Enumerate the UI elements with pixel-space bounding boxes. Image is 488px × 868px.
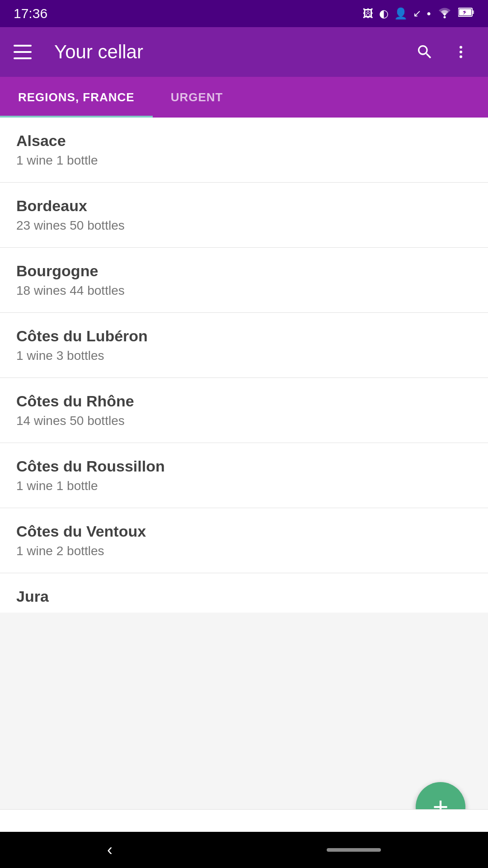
dot-icon: ● — [427, 9, 431, 18]
person-icon: 👤 — [394, 7, 408, 20]
region-detail: 14 wines 50 bottles — [16, 414, 472, 428]
tab-regions-france[interactable]: REGIONS, FRANCE — [0, 77, 153, 118]
region-name: Bourgogne — [16, 262, 472, 280]
partial-list-item[interactable]: Jura — [0, 573, 488, 613]
signal-icon: ↙ — [413, 8, 421, 19]
search-icon — [416, 43, 434, 61]
region-name: Alsace — [16, 132, 472, 150]
search-button[interactable] — [411, 38, 438, 66]
list-item[interactable]: Côtes du Ventoux 1 wine 2 bottles — [0, 508, 488, 573]
list-item[interactable]: Côtes du Rhône 14 wines 50 bottles — [0, 378, 488, 443]
more-vert-icon — [453, 44, 469, 60]
svg-point-4 — [460, 46, 462, 49]
app-bar: Your cellar — [0, 27, 488, 77]
app-title: Your cellar — [54, 41, 411, 63]
list-item[interactable]: Bourgogne 18 wines 44 bottles — [0, 248, 488, 313]
region-name: Côtes du Rhône — [16, 392, 472, 410]
nav-bar: ‹ — [0, 832, 488, 868]
hamburger-line-3 — [14, 57, 32, 59]
region-detail: 1 wine 1 bottle — [16, 153, 472, 168]
list-item[interactable]: Côtes du Lubéron 1 wine 3 bottles — [0, 313, 488, 378]
hamburger-line-1 — [14, 45, 32, 47]
list-item[interactable]: Alsace 1 wine 1 bottle — [0, 118, 488, 183]
tab-urgent[interactable]: URGENT — [153, 77, 241, 118]
home-pill[interactable] — [327, 848, 381, 852]
moon-icon: ◐ — [379, 7, 389, 20]
region-detail: 1 wine 2 bottles — [16, 544, 472, 558]
svg-point-5 — [460, 51, 462, 53]
region-detail: 23 wines 50 bottles — [16, 218, 472, 233]
region-name: Côtes du Ventoux — [16, 523, 472, 540]
list-item[interactable]: Côtes du Roussillon 1 wine 1 bottle — [0, 443, 488, 508]
region-name: Bordeaux — [16, 197, 472, 215]
region-detail: 18 wines 44 bottles — [16, 283, 472, 298]
hamburger-menu-button[interactable] — [14, 38, 41, 66]
region-detail: 1 wine 3 bottles — [16, 349, 472, 363]
wifi-icon — [436, 6, 453, 21]
tab-bar: REGIONS, FRANCE URGENT — [0, 77, 488, 118]
svg-point-0 — [444, 16, 446, 19]
battery-icon — [458, 7, 474, 20]
image-icon: 🖼 — [363, 7, 374, 20]
region-detail: 1 wine 1 bottle — [16, 479, 472, 493]
content-area: Alsace 1 wine 1 bottle Bordeaux 23 wines… — [0, 118, 488, 868]
status-time: 17:36 — [14, 6, 47, 21]
app-bar-actions — [411, 38, 474, 66]
list-item[interactable]: Bordeaux 23 wines 50 bottles — [0, 183, 488, 248]
svg-point-6 — [460, 56, 462, 58]
more-options-button[interactable] — [447, 38, 474, 66]
region-list: Alsace 1 wine 1 bottle Bordeaux 23 wines… — [0, 118, 488, 613]
hamburger-line-2 — [14, 51, 32, 53]
region-name: Côtes du Roussillon — [16, 458, 472, 475]
status-bar: 17:36 🖼 ◐ 👤 ↙ ● — [0, 0, 488, 27]
status-icons: 🖼 ◐ 👤 ↙ ● — [363, 6, 474, 21]
region-name: Jura — [16, 588, 472, 605]
region-name: Côtes du Lubéron — [16, 327, 472, 345]
svg-rect-2 — [472, 10, 474, 14]
back-button[interactable]: ‹ — [107, 840, 113, 859]
